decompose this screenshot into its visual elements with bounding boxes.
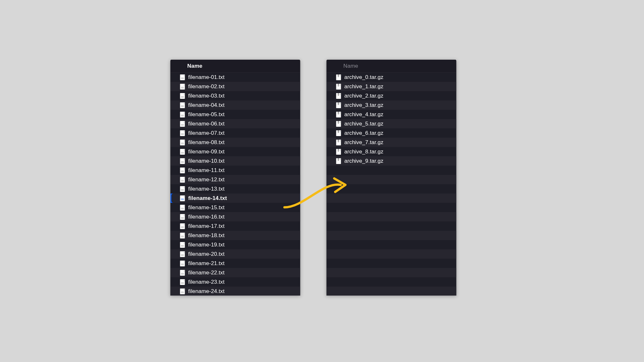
file-row[interactable]: filename-09.txt: [170, 147, 300, 156]
file-row[interactable]: filename-16.txt: [170, 212, 300, 221]
finder-window-left: Name filename-01.txtfilename-02.txtfilen…: [170, 60, 300, 296]
file-name-label: filename-02.txt: [188, 83, 225, 90]
archive-file-icon: [336, 102, 341, 108]
file-name-label: archive_5.tar.gz: [344, 121, 384, 127]
txt-file-icon: [180, 279, 185, 285]
txt-file-icon: [180, 121, 185, 127]
file-name-label: filename-04.txt: [188, 102, 225, 108]
txt-file-icon: [180, 242, 185, 248]
file-name-label: filename-23.txt: [188, 279, 225, 285]
file-name-label: filename-07.txt: [188, 130, 225, 136]
file-row[interactable]: archive_9.tar.gz: [326, 156, 456, 166]
file-name-label: archive_4.tar.gz: [344, 111, 384, 118]
file-name-label: filename-18.txt: [188, 232, 225, 239]
archive-file-icon: [336, 93, 341, 99]
file-row[interactable]: archive_8.tar.gz: [326, 147, 456, 156]
empty-row: [326, 184, 456, 194]
file-name-label: filename-12.txt: [188, 177, 225, 183]
column-header[interactable]: Name: [170, 60, 300, 73]
empty-row: [326, 212, 456, 221]
file-name-label: filename-22.txt: [188, 270, 225, 276]
txt-file-icon: [180, 195, 185, 201]
file-name-label: archive_6.tar.gz: [344, 130, 384, 136]
file-row[interactable]: filename-08.txt: [170, 138, 300, 147]
file-list-left: filename-01.txtfilename-02.txtfilename-0…: [170, 73, 300, 296]
file-row[interactable]: filename-22.txt: [170, 268, 300, 277]
file-name-label: filename-17.txt: [188, 223, 225, 229]
file-row[interactable]: filename-02.txt: [170, 82, 300, 91]
column-header-label: Name: [343, 63, 358, 69]
file-name-label: filename-20.txt: [188, 251, 225, 257]
txt-file-icon: [180, 233, 185, 238]
txt-file-icon: [180, 168, 185, 173]
file-row[interactable]: filename-14.txt: [170, 194, 300, 203]
file-row[interactable]: archive_6.tar.gz: [326, 128, 456, 138]
txt-file-icon: [180, 112, 185, 117]
column-header[interactable]: Name: [326, 60, 456, 73]
file-row[interactable]: filename-21.txt: [170, 259, 300, 268]
empty-row: [326, 175, 456, 184]
file-name-label: filename-03.txt: [188, 93, 225, 99]
file-name-label: filename-10.txt: [188, 158, 225, 164]
file-name-label: filename-11.txt: [188, 167, 225, 174]
column-header-label: Name: [187, 63, 202, 69]
file-name-label: filename-05.txt: [188, 111, 225, 118]
file-row[interactable]: filename-05.txt: [170, 110, 300, 119]
file-row[interactable]: filename-03.txt: [170, 91, 300, 100]
txt-file-icon: [180, 177, 185, 183]
txt-file-icon: [180, 74, 185, 80]
file-row[interactable]: archive_1.tar.gz: [326, 82, 456, 91]
archive-file-icon: [336, 158, 341, 164]
file-row[interactable]: filename-15.txt: [170, 203, 300, 212]
file-row[interactable]: filename-12.txt: [170, 175, 300, 184]
archive-file-icon: [336, 74, 341, 80]
file-name-label: archive_2.tar.gz: [344, 93, 384, 99]
file-name-label: filename-13.txt: [188, 186, 225, 192]
txt-file-icon: [180, 261, 185, 266]
file-list-right: archive_0.tar.gzarchive_1.tar.gzarchive_…: [326, 73, 456, 296]
file-name-label: archive_3.tar.gz: [344, 102, 384, 108]
file-row[interactable]: archive_4.tar.gz: [326, 110, 456, 119]
file-row[interactable]: filename-18.txt: [170, 231, 300, 240]
file-row[interactable]: archive_5.tar.gz: [326, 119, 456, 128]
txt-file-icon: [180, 102, 185, 108]
txt-file-icon: [180, 93, 185, 99]
file-row[interactable]: filename-10.txt: [170, 156, 300, 166]
file-row[interactable]: filename-20.txt: [170, 249, 300, 259]
txt-file-icon: [180, 140, 185, 145]
file-row[interactable]: filename-17.txt: [170, 221, 300, 231]
finder-window-right: Name archive_0.tar.gzarchive_1.tar.gzarc…: [326, 60, 456, 296]
file-row[interactable]: filename-24.txt: [170, 287, 300, 296]
empty-row: [326, 249, 456, 259]
txt-file-icon: [180, 149, 185, 155]
file-name-label: filename-14.txt: [188, 195, 227, 202]
txt-file-icon: [180, 205, 185, 211]
txt-file-icon: [180, 270, 185, 276]
file-row[interactable]: filename-11.txt: [170, 166, 300, 175]
file-row[interactable]: filename-19.txt: [170, 240, 300, 249]
file-row[interactable]: archive_7.tar.gz: [326, 138, 456, 147]
file-name-label: archive_9.tar.gz: [344, 158, 384, 164]
archive-file-icon: [336, 130, 341, 136]
empty-row: [326, 268, 456, 277]
file-name-label: archive_7.tar.gz: [344, 139, 384, 146]
file-row[interactable]: archive_3.tar.gz: [326, 100, 456, 110]
file-name-label: filename-06.txt: [188, 121, 225, 127]
empty-row: [326, 277, 456, 287]
file-row[interactable]: filename-04.txt: [170, 100, 300, 110]
file-row[interactable]: filename-06.txt: [170, 119, 300, 128]
file-row[interactable]: filename-13.txt: [170, 184, 300, 194]
archive-file-icon: [336, 140, 341, 145]
empty-row: [326, 221, 456, 231]
archive-file-icon: [336, 149, 341, 155]
file-row[interactable]: filename-01.txt: [170, 73, 300, 82]
txt-file-icon: [180, 289, 185, 294]
archive-file-icon: [336, 121, 341, 127]
empty-row: [326, 203, 456, 212]
file-row[interactable]: archive_2.tar.gz: [326, 91, 456, 100]
file-row[interactable]: filename-23.txt: [170, 277, 300, 287]
txt-file-icon: [180, 158, 185, 164]
file-name-label: filename-21.txt: [188, 260, 225, 267]
file-row[interactable]: filename-07.txt: [170, 128, 300, 138]
file-row[interactable]: archive_0.tar.gz: [326, 73, 456, 82]
